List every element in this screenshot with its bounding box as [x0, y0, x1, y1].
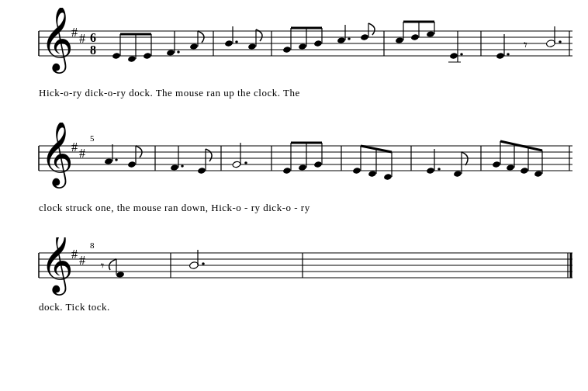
lyrics-3: dock. Tick tock. [16, 301, 572, 313]
svg-point-99 [368, 170, 376, 177]
system-2: 𝄞 # # 5 [16, 123, 572, 214]
svg-point-108 [453, 170, 462, 177]
svg-text:5: 5 [90, 133, 95, 143]
svg-point-45 [410, 33, 419, 40]
svg-point-37 [337, 36, 345, 43]
svg-point-115 [520, 167, 528, 174]
svg-point-20 [177, 50, 180, 54]
svg-point-43 [395, 36, 403, 43]
svg-point-101 [383, 173, 392, 180]
svg-point-50 [449, 52, 458, 59]
svg-point-97 [352, 167, 361, 174]
svg-text:𝄞: 𝄞 [40, 237, 74, 296]
svg-text:6: 6 [90, 31, 96, 44]
svg-point-21 [189, 43, 198, 50]
svg-point-75 [115, 158, 118, 161]
svg-point-18 [166, 49, 175, 56]
svg-point-24 [224, 40, 233, 47]
svg-point-91 [298, 164, 306, 171]
svg-point-82 [197, 167, 206, 174]
svg-point-76 [127, 161, 136, 168]
lyric-word-3: dock. Tick tock. [39, 301, 110, 313]
svg-point-117 [534, 170, 542, 177]
svg-point-105 [426, 167, 434, 174]
svg-point-73 [104, 157, 112, 164]
svg-point-27 [247, 43, 256, 50]
system-3: 𝄞 # # 8 𝄾 dock. [16, 237, 572, 313]
svg-text:#: # [79, 147, 85, 160]
svg-point-137 [202, 262, 205, 265]
svg-text:𝄞: 𝄞 [40, 8, 74, 74]
svg-text:𝄞: 𝄞 [40, 123, 74, 189]
svg-point-79 [170, 164, 178, 171]
svg-point-89 [282, 167, 291, 174]
svg-point-107 [438, 168, 441, 171]
svg-text:8: 8 [90, 43, 96, 57]
svg-point-15 [143, 52, 151, 59]
svg-point-81 [181, 164, 184, 168]
svg-point-55 [496, 52, 504, 59]
svg-point-40 [360, 33, 368, 40]
svg-point-113 [506, 164, 514, 171]
lyrics-1: Hick-o-ry dick-o-ry dock. The mouse ran … [16, 87, 572, 99]
svg-point-13 [127, 55, 136, 62]
svg-point-34 [313, 40, 322, 47]
svg-point-111 [492, 161, 500, 168]
staff-2: 𝄞 # # 5 [16, 123, 572, 200]
svg-point-11 [112, 52, 120, 59]
score-container: 𝄞 # # 6 8 [0, 0, 588, 391]
svg-text:#: # [71, 247, 78, 261]
lyric-word-2: clock struck one, the mouse ran down, Hi… [39, 202, 310, 213]
svg-point-30 [282, 46, 291, 53]
svg-point-26 [235, 40, 238, 43]
svg-point-61 [559, 40, 562, 43]
svg-text:8: 8 [90, 240, 95, 250]
svg-point-93 [313, 161, 322, 168]
svg-point-57 [507, 53, 510, 56]
svg-point-53 [460, 53, 463, 56]
svg-text:#: # [79, 32, 85, 45]
svg-text:#: # [71, 26, 78, 39]
svg-text:#: # [79, 254, 85, 267]
svg-point-87 [244, 161, 247, 164]
lyrics-2: clock struck one, the mouse ran down, Hi… [16, 202, 572, 214]
svg-point-47 [426, 30, 434, 37]
lyric-word-1: Hick-o-ry dick-o-ry dock. The mouse ran … [39, 87, 300, 99]
svg-text:𝄾: 𝄾 [524, 42, 527, 48]
staff-1: 𝄞 # # 6 8 [16, 8, 572, 85]
svg-point-132 [116, 271, 124, 278]
svg-text:#: # [71, 140, 78, 154]
svg-point-85 [232, 161, 240, 168]
staff-3: 𝄞 # # 8 𝄾 [16, 237, 572, 299]
svg-point-32 [298, 43, 306, 50]
svg-point-39 [348, 37, 351, 40]
system-1: 𝄞 # # 6 8 [16, 8, 572, 99]
